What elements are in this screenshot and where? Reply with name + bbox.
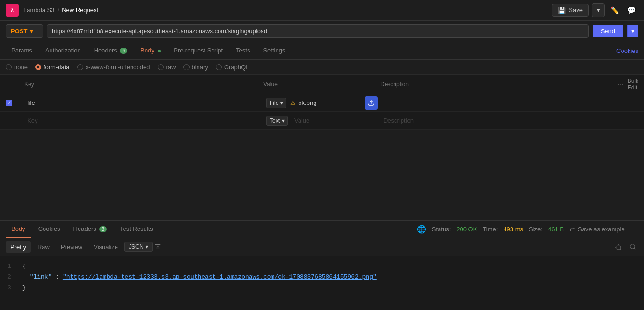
upload-button[interactable]: [365, 96, 378, 110]
svg-rect-4: [617, 246, 621, 250]
viewer-tab-preview[interactable]: Preview: [56, 241, 87, 253]
breadcrumb-separator: /: [58, 7, 59, 14]
status-value: 200 OK: [456, 226, 477, 233]
viewer-tab-raw[interactable]: Raw: [33, 241, 54, 253]
viewer-tab-pretty[interactable]: Pretty: [6, 241, 31, 253]
radio-binary: [183, 64, 190, 70]
cookies-link[interactable]: Cookies: [616, 47, 638, 54]
request-tabs-bar: Params Authorization Headers 9 Body Pre-…: [0, 42, 644, 60]
json-line-1: 1 {: [7, 261, 637, 272]
method-dropdown-icon: ▾: [30, 28, 33, 35]
save-button[interactable]: 💾 Save: [552, 4, 589, 17]
radio-graphql: [216, 64, 222, 70]
viewer-tabs: Pretty Raw Preview Visualize JSON ▾: [0, 238, 644, 256]
new-type-dropdown-icon: ▾: [282, 118, 285, 124]
file-name: ok.png: [298, 99, 316, 106]
file-value: ⚠ ok.png: [290, 99, 316, 106]
body-tab-dot: [158, 50, 161, 52]
tab-pre-request-script[interactable]: Pre-request Script: [168, 42, 228, 59]
response-tab-headers[interactable]: Headers 8: [68, 221, 112, 238]
breadcrumb-parent: Lambda S3: [23, 7, 55, 14]
json-value-link[interactable]: "https://lambda-test-12333.s3.ap-southea…: [63, 273, 377, 280]
response-tab-cookies[interactable]: Cookies: [33, 221, 66, 238]
row-key[interactable]: file: [24, 99, 263, 106]
method-selector[interactable]: POST ▾: [6, 24, 43, 38]
radio-raw: [158, 64, 164, 70]
format-dropdown-icon: ▾: [146, 244, 148, 250]
new-row-type-selector[interactable]: Text ▾: [266, 116, 288, 126]
body-type-urlencoded[interactable]: x-www-form-urlencoded: [77, 64, 150, 71]
new-row-key[interactable]: Key: [24, 117, 263, 124]
send-button[interactable]: Send: [593, 25, 623, 37]
viewer-actions: [612, 241, 638, 252]
warning-icon: ⚠: [290, 99, 296, 106]
open-brace: {: [22, 263, 26, 270]
viewer-tab-visualize[interactable]: Visualize: [89, 241, 123, 253]
bulk-edit-link[interactable]: Bulk Edit: [628, 78, 638, 91]
method-label: POST: [11, 28, 27, 35]
response-tab-body[interactable]: Body: [6, 221, 31, 238]
body-type-graphql[interactable]: GraphQL: [216, 64, 249, 71]
top-bar: λ Lambda S3 / New Request 💾 Save ▾ ✏️ 💬: [0, 0, 644, 21]
tab-body[interactable]: Body: [135, 42, 166, 59]
json-format-selector[interactable]: JSON ▾: [124, 242, 153, 252]
col-key: Key: [24, 81, 263, 88]
edit-icon-button[interactable]: ✏️: [607, 3, 622, 17]
save-dropdown-button[interactable]: ▾: [592, 3, 605, 17]
bulk-edit-area: ··· Bulk Edit: [620, 78, 638, 91]
breadcrumb: Lambda S3 / New Request: [23, 7, 98, 14]
row-type-value: File ▾ ⚠ ok.png: [263, 96, 381, 110]
main-content: POST ▾ Send ▾ Params Authorization Heade…: [0, 21, 644, 310]
new-row-description[interactable]: Description: [381, 117, 620, 124]
request-section: POST ▾ Send ▾ Params Authorization Heade…: [0, 21, 644, 130]
headers-badge: 9: [120, 48, 127, 54]
comment-icon-button[interactable]: 💬: [624, 3, 638, 17]
copy-response-button[interactable]: [612, 241, 623, 252]
row-check-cell: ✓: [6, 100, 24, 106]
tab-params[interactable]: Params: [6, 42, 38, 59]
filter-icon-button[interactable]: [154, 243, 161, 251]
save-as-example-button[interactable]: 🗃 Save as example: [570, 226, 625, 233]
response-headers-badge: 8: [99, 226, 107, 232]
top-bar-actions: 💾 Save ▾ ✏️ 💬: [552, 3, 638, 17]
new-row-value[interactable]: Value: [292, 117, 312, 124]
json-line-2: 2 "link" : "https://lambda-test-12333.s3…: [7, 272, 637, 282]
body-type-raw[interactable]: raw: [158, 64, 176, 71]
radio-form-data: [35, 64, 41, 70]
type-file-selector[interactable]: File ▾: [266, 98, 286, 108]
response-meta: 🌐 Status: 200 OK Time: 493 ms Size: 461 …: [417, 225, 638, 234]
request-body-spacer: [0, 130, 644, 220]
response-more-options[interactable]: ···: [632, 225, 638, 233]
response-tabs-bar: Body Cookies Headers 8 Test Results 🌐 St…: [0, 221, 644, 238]
col-description: Description: [381, 81, 620, 88]
type-label: File: [270, 100, 278, 106]
send-dropdown-button[interactable]: ▾: [627, 25, 638, 37]
table-row: ✓ file File ▾ ⚠ ok.png: [0, 94, 644, 112]
size-value: 461 B: [548, 226, 564, 233]
more-options-icon[interactable]: ···: [617, 80, 623, 89]
tab-tests[interactable]: Tests: [230, 42, 256, 59]
col-value: Value: [263, 81, 381, 88]
json-colon: :: [55, 273, 59, 280]
tab-authorization[interactable]: Authorization: [40, 42, 87, 59]
table-header: Key Value Description ··· Bulk Edit: [0, 75, 644, 94]
new-type-label: Text: [270, 118, 280, 124]
tab-headers[interactable]: Headers 9: [88, 42, 133, 59]
url-input[interactable]: [47, 24, 589, 38]
format-label: JSON: [129, 244, 144, 250]
row-checkbox[interactable]: ✓: [6, 100, 12, 106]
body-type-none[interactable]: none: [6, 64, 28, 71]
radio-urlencoded: [77, 64, 83, 70]
globe-icon: 🌐: [417, 225, 426, 234]
response-tab-test-results[interactable]: Test Results: [114, 221, 159, 238]
svg-point-5: [630, 244, 635, 249]
url-bar: POST ▾ Send ▾: [0, 21, 644, 42]
json-key-link: "link": [30, 273, 52, 280]
body-type-form-data[interactable]: form-data: [35, 64, 70, 71]
close-brace: }: [22, 284, 26, 291]
body-type-binary[interactable]: binary: [183, 64, 208, 71]
time-value: 493 ms: [503, 226, 523, 233]
search-response-button[interactable]: [627, 241, 638, 252]
size-label: Size:: [529, 226, 542, 233]
tab-settings[interactable]: Settings: [257, 42, 291, 59]
